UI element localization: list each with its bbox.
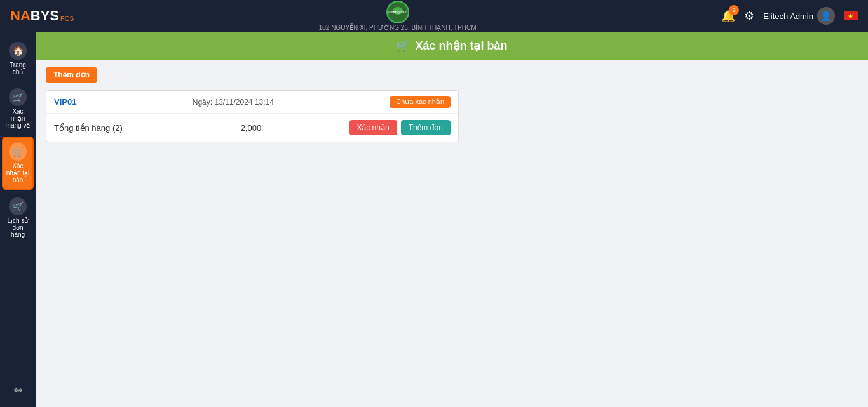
admin-name: Elitech Admin (763, 11, 813, 21)
page-cart-icon: 🛒 (396, 39, 410, 53)
page-title-bar: 🛒 Xác nhận tại bàn (36, 32, 868, 60)
order-card-body: Tổng tiền hàng (2) 2,000 Xác nhận Thêm đ… (46, 114, 458, 142)
order-actions: Xác nhận Thêm đơn (349, 120, 451, 135)
sidebar-item-xacnhan-mangve[interactable]: 🛒 Xác nhận mang về (2, 83, 34, 134)
logo-bys: BYS (31, 8, 59, 23)
page-title: Xác nhận tại bàn (415, 39, 507, 53)
cart-takeaway-icon: 🛒 (9, 88, 27, 106)
order-total-label: Tổng tiền hàng (2) (54, 123, 123, 133)
language-flag[interactable]: ★ (844, 11, 858, 20)
history-icon: 🛒 (9, 197, 27, 215)
sidebar-item-xacnhan-taiban[interactable]: 🛒 Xác nhận tại bàn (2, 137, 34, 190)
order-date: Ngày: 13/11/2024 13:14 (193, 98, 274, 107)
confirm-button[interactable]: Xác nhận (349, 120, 397, 135)
sidebar-item-xacnhan-taiban-label: Xác nhận tại bàn (6, 163, 30, 183)
restaurant-address: 102 NGUYỄN XI, PHƯỜNG 26, BÌNH THẠNH, TP… (319, 24, 477, 31)
order-date-label: Ngày: (193, 98, 212, 107)
header: NABYS POS Phương Nam 102 NGUYỄN XI, PHƯỜ… (0, 0, 868, 32)
sidebar-item-home[interactable]: 🏠 Trang chủ (2, 37, 34, 81)
logo-na: NA (10, 8, 31, 23)
header-center: Phương Nam 102 NGUYỄN XI, PHƯỜNG 26, BÌN… (319, 1, 477, 31)
add-order-top-button[interactable]: Thêm đơn (46, 67, 97, 83)
notification-bell[interactable]: 🔔 2 (721, 9, 735, 23)
home-icon: 🏠 (9, 42, 27, 60)
flag-star: ★ (848, 13, 853, 20)
main-content: 🛒 Xác nhận tại bàn Thêm đơn VIP01 Ngày: … (36, 32, 868, 407)
order-total-value: 2,000 (210, 123, 261, 133)
sidebar-item-lichsu-label: Lịch sử đơn hàng (4, 217, 31, 238)
restaurant-logo: Phương Nam (386, 1, 409, 23)
notification-count: 2 (729, 5, 739, 15)
order-date-value: 13/11/2024 13:14 (214, 98, 273, 107)
layout: 🏠 Trang chủ 🛒 Xác nhận mang về 🛒 Xác nhậ… (0, 32, 868, 407)
order-card: VIP01 Ngày: 13/11/2024 13:14 Chưa xác nh… (46, 90, 459, 142)
cart-table-icon: 🛒 (9, 143, 27, 161)
sidebar-item-lichsu[interactable]: 🛒 Lịch sử đơn hàng (2, 192, 34, 243)
content-area: Thêm đơn VIP01 Ngày: 13/11/2024 13:14 Ch… (36, 60, 868, 407)
sidebar-bottom: ⇔ (8, 378, 28, 407)
sidebar-expand-icon[interactable]: ⇔ (8, 378, 28, 402)
header-right: 🔔 2 ⚙ Elitech Admin 👤 ★ (721, 7, 858, 25)
order-status-badge: Chưa xác nhận (390, 96, 451, 108)
sidebar-item-home-label: Trang chủ (4, 62, 31, 76)
svg-text:Phương Nam: Phương Nam (388, 10, 407, 14)
logo-pos: POS (60, 15, 74, 22)
settings-icon[interactable]: ⚙ (744, 9, 754, 23)
logo: NABYS POS (10, 8, 74, 24)
sidebar: 🏠 Trang chủ 🛒 Xác nhận mang về 🛒 Xác nhậ… (0, 32, 36, 407)
logo-text: NABYS (10, 8, 59, 24)
sidebar-item-xacnhan-mangve-label: Xác nhận mang về (4, 108, 31, 129)
order-card-header: VIP01 Ngày: 13/11/2024 13:14 Chưa xác nh… (46, 91, 458, 114)
avatar: 👤 (817, 7, 835, 25)
admin-info: Elitech Admin 👤 (763, 7, 835, 25)
order-id: VIP01 (54, 97, 76, 107)
add-order-row-button[interactable]: Thêm đơn (401, 120, 451, 135)
